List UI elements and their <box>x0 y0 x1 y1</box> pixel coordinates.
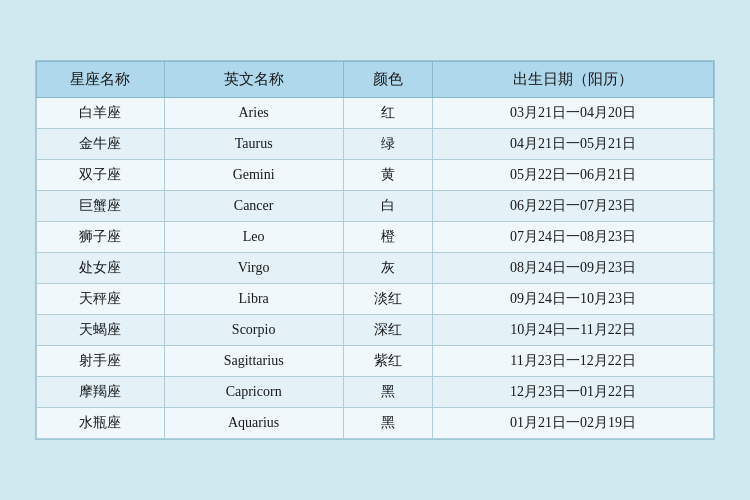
cell-date: 08月24日一09月23日 <box>432 253 713 284</box>
cell-color: 白 <box>343 191 432 222</box>
table-header-row: 星座名称 英文名称 颜色 出生日期（阳历） <box>37 62 714 98</box>
zodiac-table-container: 星座名称 英文名称 颜色 出生日期（阳历） 白羊座Aries红03月21日一04… <box>35 60 715 440</box>
table-row: 射手座Sagittarius紫红11月23日一12月22日 <box>37 346 714 377</box>
table-row: 双子座Gemini黄05月22日一06月21日 <box>37 160 714 191</box>
cell-chinese: 水瓶座 <box>37 408 165 439</box>
cell-chinese: 摩羯座 <box>37 377 165 408</box>
header-english: 英文名称 <box>164 62 343 98</box>
table-row: 金牛座Taurus绿04月21日一05月21日 <box>37 129 714 160</box>
cell-english: Scorpio <box>164 315 343 346</box>
cell-date: 10月24日一11月22日 <box>432 315 713 346</box>
cell-english: Taurus <box>164 129 343 160</box>
cell-date: 07月24日一08月23日 <box>432 222 713 253</box>
table-row: 白羊座Aries红03月21日一04月20日 <box>37 98 714 129</box>
cell-english: Aquarius <box>164 408 343 439</box>
cell-color: 橙 <box>343 222 432 253</box>
table-row: 处女座Virgo灰08月24日一09月23日 <box>37 253 714 284</box>
cell-color: 深红 <box>343 315 432 346</box>
cell-date: 05月22日一06月21日 <box>432 160 713 191</box>
cell-date: 09月24日一10月23日 <box>432 284 713 315</box>
cell-date: 11月23日一12月22日 <box>432 346 713 377</box>
table-row: 天秤座Libra淡红09月24日一10月23日 <box>37 284 714 315</box>
cell-chinese: 射手座 <box>37 346 165 377</box>
table-row: 巨蟹座Cancer白06月22日一07月23日 <box>37 191 714 222</box>
cell-date: 01月21日一02月19日 <box>432 408 713 439</box>
cell-english: Aries <box>164 98 343 129</box>
cell-english: Cancer <box>164 191 343 222</box>
cell-date: 12月23日一01月22日 <box>432 377 713 408</box>
cell-chinese: 白羊座 <box>37 98 165 129</box>
cell-color: 红 <box>343 98 432 129</box>
cell-color: 紫红 <box>343 346 432 377</box>
header-date: 出生日期（阳历） <box>432 62 713 98</box>
cell-english: Gemini <box>164 160 343 191</box>
cell-chinese: 处女座 <box>37 253 165 284</box>
cell-date: 04月21日一05月21日 <box>432 129 713 160</box>
cell-english: Libra <box>164 284 343 315</box>
cell-color: 绿 <box>343 129 432 160</box>
header-color: 颜色 <box>343 62 432 98</box>
cell-color: 黑 <box>343 408 432 439</box>
cell-english: Sagittarius <box>164 346 343 377</box>
cell-english: Capricorn <box>164 377 343 408</box>
table-row: 天蝎座Scorpio深红10月24日一11月22日 <box>37 315 714 346</box>
cell-chinese: 巨蟹座 <box>37 191 165 222</box>
cell-color: 黄 <box>343 160 432 191</box>
cell-chinese: 天秤座 <box>37 284 165 315</box>
cell-chinese: 狮子座 <box>37 222 165 253</box>
header-chinese: 星座名称 <box>37 62 165 98</box>
cell-color: 灰 <box>343 253 432 284</box>
cell-date: 06月22日一07月23日 <box>432 191 713 222</box>
cell-color: 黑 <box>343 377 432 408</box>
zodiac-table: 星座名称 英文名称 颜色 出生日期（阳历） 白羊座Aries红03月21日一04… <box>36 61 714 439</box>
table-row: 水瓶座Aquarius黑01月21日一02月19日 <box>37 408 714 439</box>
cell-date: 03月21日一04月20日 <box>432 98 713 129</box>
table-row: 摩羯座Capricorn黑12月23日一01月22日 <box>37 377 714 408</box>
cell-english: Leo <box>164 222 343 253</box>
cell-chinese: 金牛座 <box>37 129 165 160</box>
cell-english: Virgo <box>164 253 343 284</box>
cell-chinese: 天蝎座 <box>37 315 165 346</box>
cell-color: 淡红 <box>343 284 432 315</box>
cell-chinese: 双子座 <box>37 160 165 191</box>
table-row: 狮子座Leo橙07月24日一08月23日 <box>37 222 714 253</box>
